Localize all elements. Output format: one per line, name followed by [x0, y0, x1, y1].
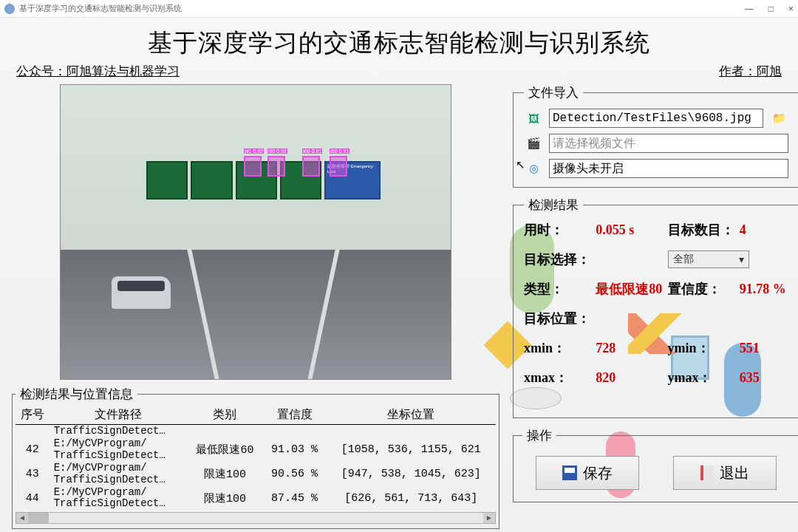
cursor-icon: ↖ [516, 158, 525, 171]
table-row[interactable]: 44 E:/MyCVProgram/TrafficSignDetect… 限速1… [16, 486, 496, 511]
conf-label: 置信度： [668, 280, 737, 298]
window-titlebar: 基于深度学习的交通标志智能检测与识别系统 — □ × [0, 0, 798, 18]
type-label: 类型： [524, 280, 593, 298]
file-import-group: 文件导入 🖼 Detection/TestFiles\9608.jpg 📁 🎬 … [513, 84, 798, 188]
window-maximize-button[interactable]: □ [768, 4, 774, 14]
table-row[interactable]: TrafficSignDetect… [16, 425, 496, 438]
app-icon [4, 4, 15, 14]
image-preview: 应急停车带 Emergency Line pl1 0.92 i60 0.92 i… [60, 84, 451, 380]
scroll-thumb[interactable] [28, 513, 49, 523]
col-index: 序号 [16, 406, 50, 425]
camera-status-input[interactable]: 摄像头未开启 [549, 159, 788, 178]
conf-value: 91.78 % [740, 282, 788, 297]
ymax-label: ymax： [668, 369, 737, 386]
time-value: 0.055 s [596, 222, 664, 238]
ymin-label: ymin： [668, 339, 737, 357]
ymax-value: 635 [740, 370, 788, 386]
select-label: 目标选择： [524, 250, 593, 268]
table-row[interactable]: 43 E:/MyCVProgram/TrafficSignDetect… 限速1… [16, 462, 496, 486]
xmin-value: 728 [596, 341, 664, 356]
page-title: 基于深度学习的交通标志智能检测与识别系统 [0, 18, 798, 60]
xmin-label: xmin： [524, 339, 593, 357]
results-group: 检测结果 用时： 0.055 s 目标数目： 4 目标选择： 全部 ▾ 类型： [513, 197, 798, 418]
table-legend: 检测结果与位置信息 [16, 386, 137, 403]
count-label: 目标数目： [668, 221, 737, 239]
actions-group: 操作 保存 退出 [513, 427, 798, 502]
scroll-left-arrow[interactable]: ◄ [16, 513, 28, 523]
window-title: 基于深度学习的交通标志智能检测与识别系统 [19, 3, 182, 14]
window-minimize-button[interactable]: — [745, 4, 754, 14]
image-icon: 🖼 [524, 109, 543, 127]
exit-icon [700, 466, 714, 480]
chevron-down-icon: ▾ [739, 253, 744, 266]
scroll-right-arrow[interactable]: ► [483, 513, 495, 523]
save-button[interactable]: 保存 [536, 456, 639, 490]
time-label: 用时： [524, 221, 593, 239]
table-group: 检测结果与位置信息 序号 文件路径 类别 置信度 坐标位置 TrafficSig… [12, 386, 499, 529]
target-select[interactable]: 全部 ▾ [668, 250, 749, 268]
results-table: 序号 文件路径 类别 置信度 坐标位置 TrafficSignDetect… 4… [16, 406, 496, 511]
file-import-legend: 文件导入 [524, 84, 583, 101]
exit-button[interactable]: 退出 [673, 456, 777, 490]
actions-legend: 操作 [522, 427, 556, 444]
col-class: 类别 [187, 406, 263, 425]
pos-label: 目标位置： [524, 310, 788, 327]
video-path-input[interactable]: 请选择视频文件 [549, 134, 788, 153]
col-path: 文件路径 [50, 406, 187, 425]
credit-link-left[interactable]: 公众号：阿旭算法与机器学习 [16, 63, 180, 80]
save-icon [562, 466, 577, 480]
camera-icon: ◎ [524, 160, 543, 177]
table-row[interactable]: 42 E:/MyCVProgram/TrafficSignDetect… 最低限… [16, 437, 496, 462]
horizontal-scrollbar[interactable]: ◄ ► [16, 512, 496, 524]
video-icon: 🎬 [524, 134, 543, 152]
credit-author: 作者：阿旭 [719, 63, 782, 80]
image-path-input[interactable]: Detection/TestFiles\9608.jpg [549, 109, 763, 128]
xmax-label: xmax： [524, 369, 593, 386]
window-close-button[interactable]: × [788, 4, 794, 14]
results-legend: 检测结果 [524, 197, 583, 214]
browse-image-button[interactable]: 📁 [769, 109, 788, 127]
count-value: 4 [740, 222, 788, 238]
col-coord: 坐标位置 [326, 406, 496, 425]
xmax-value: 820 [596, 370, 664, 386]
col-conf: 置信度 [263, 406, 327, 425]
type-value: 最低限速80 [596, 280, 664, 298]
ymin-value: 551 [740, 341, 788, 356]
